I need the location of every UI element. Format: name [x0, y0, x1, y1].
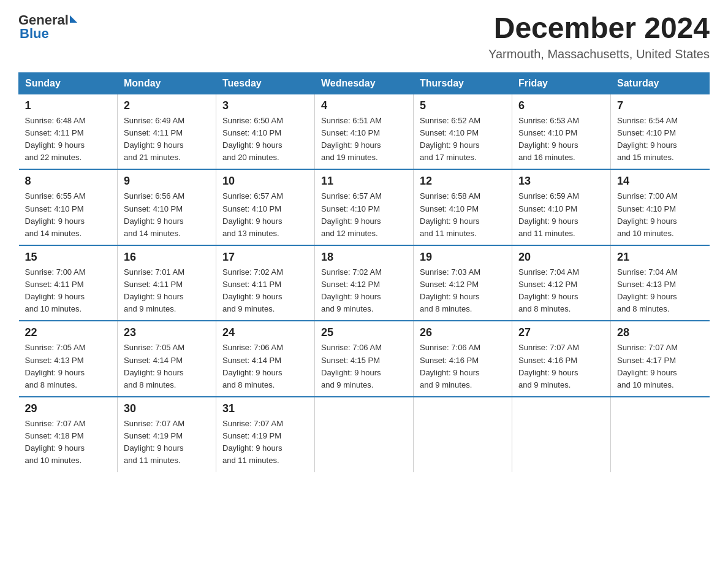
day-info: Sunrise: 6:59 AM Sunset: 4:10 PM Dayligh…: [518, 190, 604, 240]
day-info: Sunrise: 7:00 AM Sunset: 4:10 PM Dayligh…: [617, 190, 703, 240]
day-info: Sunrise: 6:56 AM Sunset: 4:10 PM Dayligh…: [124, 190, 210, 240]
calendar-day-cell: 16 Sunrise: 7:01 AM Sunset: 4:11 PM Dayl…: [118, 245, 216, 321]
calendar-day-cell: 10 Sunrise: 6:57 AM Sunset: 4:10 PM Dayl…: [216, 169, 315, 245]
title-area: December 2024 Yarmouth, Massachusetts, U…: [488, 12, 710, 61]
calendar-day-cell: 4 Sunrise: 6:51 AM Sunset: 4:10 PM Dayli…: [315, 94, 414, 169]
calendar-day-cell: [315, 397, 414, 472]
day-info: Sunrise: 7:07 AM Sunset: 4:19 PM Dayligh…: [124, 418, 210, 467]
calendar-week-row: 1 Sunrise: 6:48 AM Sunset: 4:11 PM Dayli…: [19, 94, 710, 169]
day-info: Sunrise: 7:06 AM Sunset: 4:16 PM Dayligh…: [420, 342, 506, 391]
day-info: Sunrise: 7:07 AM Sunset: 4:18 PM Dayligh…: [25, 418, 112, 467]
calendar-day-cell: 9 Sunrise: 6:56 AM Sunset: 4:10 PM Dayli…: [118, 169, 216, 245]
month-year-title: December 2024: [488, 12, 710, 45]
day-info: Sunrise: 6:57 AM Sunset: 4:10 PM Dayligh…: [222, 190, 308, 240]
calendar-day-cell: 22 Sunrise: 7:05 AM Sunset: 4:13 PM Dayl…: [19, 321, 118, 397]
day-info: Sunrise: 7:05 AM Sunset: 4:13 PM Dayligh…: [25, 342, 112, 391]
day-number: 16: [124, 251, 210, 264]
day-info: Sunrise: 6:57 AM Sunset: 4:10 PM Dayligh…: [321, 190, 407, 240]
day-number: 7: [617, 99, 703, 112]
calendar-day-cell: 19 Sunrise: 7:03 AM Sunset: 4:12 PM Dayl…: [414, 245, 512, 321]
day-info: Sunrise: 7:07 AM Sunset: 4:16 PM Dayligh…: [518, 342, 604, 391]
logo-triangle-icon: [70, 15, 77, 23]
day-number: 5: [420, 99, 506, 112]
calendar-day-cell: 31 Sunrise: 7:07 AM Sunset: 4:19 PM Dayl…: [216, 397, 315, 472]
day-number: 27: [518, 326, 604, 339]
day-number: 9: [124, 175, 210, 188]
day-of-week-header: Saturday: [611, 72, 710, 94]
calendar-day-cell: 6 Sunrise: 6:53 AM Sunset: 4:10 PM Dayli…: [512, 94, 611, 169]
day-of-week-header: Wednesday: [315, 72, 414, 94]
day-number: 17: [222, 251, 308, 264]
day-info: Sunrise: 7:06 AM Sunset: 4:14 PM Dayligh…: [222, 342, 308, 391]
day-number: 20: [518, 251, 604, 264]
day-number: 10: [222, 175, 308, 188]
calendar-day-cell: 1 Sunrise: 6:48 AM Sunset: 4:11 PM Dayli…: [19, 94, 118, 169]
calendar-day-cell: 25 Sunrise: 7:06 AM Sunset: 4:15 PM Dayl…: [315, 321, 414, 397]
day-of-week-header: Sunday: [19, 72, 118, 94]
logo: General Blue: [18, 12, 77, 42]
day-number: 29: [25, 402, 112, 415]
day-number: 2: [124, 99, 210, 112]
day-info: Sunrise: 6:52 AM Sunset: 4:10 PM Dayligh…: [420, 115, 506, 164]
day-info: Sunrise: 7:02 AM Sunset: 4:11 PM Dayligh…: [222, 266, 308, 316]
day-info: Sunrise: 7:00 AM Sunset: 4:11 PM Dayligh…: [25, 266, 112, 316]
calendar-day-cell: 12 Sunrise: 6:58 AM Sunset: 4:10 PM Dayl…: [414, 169, 512, 245]
calendar-day-cell: 14 Sunrise: 7:00 AM Sunset: 4:10 PM Dayl…: [611, 169, 710, 245]
day-info: Sunrise: 6:53 AM Sunset: 4:10 PM Dayligh…: [518, 115, 604, 164]
calendar-week-row: 15 Sunrise: 7:00 AM Sunset: 4:11 PM Dayl…: [19, 245, 710, 321]
day-info: Sunrise: 7:04 AM Sunset: 4:12 PM Dayligh…: [518, 266, 604, 316]
calendar-day-cell: 24 Sunrise: 7:06 AM Sunset: 4:14 PM Dayl…: [216, 321, 315, 397]
day-info: Sunrise: 6:50 AM Sunset: 4:10 PM Dayligh…: [222, 115, 308, 164]
day-info: Sunrise: 6:49 AM Sunset: 4:11 PM Dayligh…: [124, 115, 210, 164]
day-info: Sunrise: 7:05 AM Sunset: 4:14 PM Dayligh…: [124, 342, 210, 391]
calendar-header-row: SundayMondayTuesdayWednesdayThursdayFrid…: [19, 72, 710, 94]
day-info: Sunrise: 7:03 AM Sunset: 4:12 PM Dayligh…: [420, 266, 506, 316]
calendar-day-cell: 3 Sunrise: 6:50 AM Sunset: 4:10 PM Dayli…: [216, 94, 315, 169]
day-number: 21: [617, 251, 703, 264]
location-subtitle: Yarmouth, Massachusetts, United States: [488, 47, 710, 61]
day-number: 15: [25, 251, 112, 264]
day-number: 3: [222, 99, 308, 112]
calendar-week-row: 8 Sunrise: 6:55 AM Sunset: 4:10 PM Dayli…: [19, 169, 710, 245]
day-number: 19: [420, 251, 506, 264]
day-number: 26: [420, 326, 506, 339]
day-number: 24: [222, 326, 308, 339]
day-info: Sunrise: 7:07 AM Sunset: 4:19 PM Dayligh…: [222, 418, 308, 467]
calendar-day-cell: 11 Sunrise: 6:57 AM Sunset: 4:10 PM Dayl…: [315, 169, 414, 245]
day-info: Sunrise: 7:01 AM Sunset: 4:11 PM Dayligh…: [124, 266, 210, 316]
calendar-day-cell: 21 Sunrise: 7:04 AM Sunset: 4:13 PM Dayl…: [611, 245, 710, 321]
day-number: 31: [222, 402, 308, 415]
calendar-day-cell: 17 Sunrise: 7:02 AM Sunset: 4:11 PM Dayl…: [216, 245, 315, 321]
calendar-day-cell: 18 Sunrise: 7:02 AM Sunset: 4:12 PM Dayl…: [315, 245, 414, 321]
day-number: 8: [25, 175, 112, 188]
calendar-day-cell: 30 Sunrise: 7:07 AM Sunset: 4:19 PM Dayl…: [118, 397, 216, 472]
day-info: Sunrise: 6:54 AM Sunset: 4:10 PM Dayligh…: [617, 115, 703, 164]
day-info: Sunrise: 6:58 AM Sunset: 4:10 PM Dayligh…: [420, 190, 506, 240]
day-info: Sunrise: 6:55 AM Sunset: 4:10 PM Dayligh…: [25, 190, 112, 240]
calendar-day-cell: [512, 397, 611, 472]
calendar-day-cell: 29 Sunrise: 7:07 AM Sunset: 4:18 PM Dayl…: [19, 397, 118, 472]
day-of-week-header: Friday: [512, 72, 611, 94]
calendar-day-cell: 23 Sunrise: 7:05 AM Sunset: 4:14 PM Dayl…: [118, 321, 216, 397]
day-of-week-header: Monday: [118, 72, 216, 94]
calendar-day-cell: 5 Sunrise: 6:52 AM Sunset: 4:10 PM Dayli…: [414, 94, 512, 169]
calendar-day-cell: 27 Sunrise: 7:07 AM Sunset: 4:16 PM Dayl…: [512, 321, 611, 397]
day-number: 12: [420, 175, 506, 188]
calendar-day-cell: 15 Sunrise: 7:00 AM Sunset: 4:11 PM Dayl…: [19, 245, 118, 321]
day-info: Sunrise: 6:51 AM Sunset: 4:10 PM Dayligh…: [321, 115, 407, 164]
calendar-day-cell: 26 Sunrise: 7:06 AM Sunset: 4:16 PM Dayl…: [414, 321, 512, 397]
page-header: General Blue December 2024 Yarmouth, Mas…: [18, 12, 710, 61]
day-of-week-header: Tuesday: [216, 72, 315, 94]
calendar-day-cell: 2 Sunrise: 6:49 AM Sunset: 4:11 PM Dayli…: [118, 94, 216, 169]
day-info: Sunrise: 7:04 AM Sunset: 4:13 PM Dayligh…: [617, 266, 703, 316]
day-number: 25: [321, 326, 407, 339]
day-info: Sunrise: 7:07 AM Sunset: 4:17 PM Dayligh…: [617, 342, 703, 391]
day-number: 28: [617, 326, 703, 339]
day-number: 18: [321, 251, 407, 264]
day-number: 14: [617, 175, 703, 188]
day-info: Sunrise: 7:02 AM Sunset: 4:12 PM Dayligh…: [321, 266, 407, 316]
calendar-day-cell: [611, 397, 710, 472]
day-number: 6: [518, 99, 604, 112]
calendar-week-row: 29 Sunrise: 7:07 AM Sunset: 4:18 PM Dayl…: [19, 397, 710, 472]
calendar-day-cell: [414, 397, 512, 472]
